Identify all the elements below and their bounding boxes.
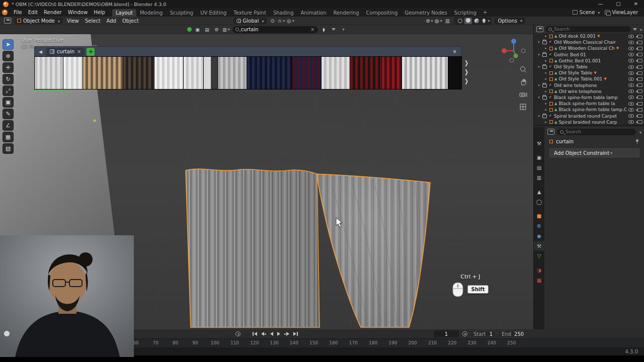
view-layer-selector[interactable]: ViewLayer [605,10,638,15]
close-button[interactable]: ✕ [634,0,638,8]
shading-rendered-button[interactable] [481,18,490,24]
auto-keying-toggle[interactable] [462,331,467,336]
workspace-tab-compositing[interactable]: Compositing [363,9,401,17]
expand-arrow-icon[interactable]: ▾ [537,96,541,100]
maximize-button[interactable]: ▢ [616,0,620,8]
outliner-row[interactable]: ▾Spiral braided round Carpet [534,113,644,119]
outliner-row[interactable]: ▸▲Gothic Bed 01.001 [534,58,644,64]
asset-thumbnail-white-draped-fabric[interactable] [321,57,350,89]
workspace-tab-geometry-nodes[interactable]: Geometry Nodes [401,9,450,17]
tool-rotate[interactable]: ↻ [3,74,14,84]
outliner-row[interactable]: ▸▲Black spine-form table lamp.C [534,107,644,113]
toggle-perspective-icon[interactable] [519,103,527,111]
menu-help[interactable]: Help [91,9,108,16]
catalog-tab-close-icon[interactable]: × [77,49,81,54]
workspace-tab-rendering[interactable]: Rendering [330,9,362,17]
workspace-tab-layout[interactable]: Layout [112,9,136,17]
properties-tab-tool[interactable]: ⚒ [534,138,544,148]
navigation-gizmo[interactable] [500,37,527,64]
expand-arrow-icon[interactable]: ▸ [544,77,548,81]
tool-scale[interactable]: ⤢ [3,85,14,96]
link-method-icon[interactable]: ▣ [194,27,201,33]
outliner-row[interactable]: ▾Gothic Bed 01 [534,52,644,58]
asset-thumbnail-dark-room-curtain[interactable] [123,57,154,89]
pan-hand-icon[interactable] [519,78,527,86]
menu-render[interactable]: Render [41,9,65,16]
clear-search-icon[interactable]: × [310,27,314,32]
display-settings-icon[interactable] [340,27,347,33]
hide-in-viewport-icon[interactable] [628,65,634,69]
workspace-tab-scripting[interactable]: Scripting [451,9,480,17]
camera-view-icon[interactable] [519,90,527,99]
outliner-row[interactable]: ▾Old Style Table [534,64,644,70]
hide-in-viewport-icon[interactable] [628,41,634,44]
add-catalog-tab-button[interactable]: + [87,48,95,56]
tool-select-box[interactable]: ➤ [3,39,14,50]
playback-popover-icon[interactable] [235,331,240,336]
outliner-row[interactable]: ▸▲Old Wooden Classical Ch▼ [534,45,644,51]
hide-in-viewport-icon[interactable] [628,102,634,106]
workspace-tab-animation[interactable]: Animation [297,9,330,17]
add-workspace-button[interactable]: + [480,9,490,16]
viewport-menu-select[interactable]: Select [82,18,104,24]
pin-icon[interactable] [635,139,639,144]
editor-type-button[interactable] [4,18,11,24]
asset-thumbnail-gray-curtain[interactable] [218,57,247,89]
menu-window[interactable]: Window [65,9,91,16]
outliner-row[interactable]: ▾Old Wooden Classical Chair [534,39,644,45]
expand-arrow-icon[interactable]: ▸ [544,71,548,75]
properties-tab-texture[interactable]: ▦ [534,275,544,285]
scroll-right-icon[interactable]: ❭ [464,78,469,83]
expand-arrow-icon[interactable]: ▾ [537,53,541,57]
hide-in-viewport-icon[interactable] [628,120,634,124]
properties-options-chevron-icon[interactable] [638,129,641,135]
workspace-tab-uv-editing[interactable]: UV Editing [197,9,230,17]
disable-in-renders-icon[interactable] [637,89,642,93]
expand-arrow-icon[interactable]: ▸ [544,46,548,50]
hide-in-viewport-icon[interactable] [628,35,634,38]
hide-in-viewport-icon[interactable] [628,77,634,81]
disable-in-renders-icon[interactable] [637,83,642,87]
disable-in-renders-icon[interactable] [637,41,642,44]
viewport-menu-view[interactable]: View [64,18,82,24]
workspace-tab-shading[interactable]: Shading [270,9,297,17]
menu-file[interactable]: File [11,9,25,16]
shelf-close-button[interactable]: × [450,49,459,54]
shading-solid-button[interactable] [464,18,472,24]
hide-in-viewport-icon[interactable] [628,53,634,56]
menu-edit[interactable]: Edit [25,9,41,16]
frame-end-field[interactable]: End 250 [498,330,526,337]
properties-tab-physics[interactable]: ◉ [534,231,544,241]
asset-thumbnail-red-navy-fabric[interactable] [292,57,321,89]
append-method-icon[interactable]: ▤ [204,27,211,33]
snap-magnet-button[interactable]: ∩ [277,18,285,24]
properties-editor-type-button[interactable] [547,129,554,135]
options-dropdown[interactable]: Options [495,18,525,24]
asset-thumbnail-white-curtain[interactable] [184,57,204,89]
collection-checkbox[interactable] [548,96,552,100]
frame-start-field[interactable]: Start 1 [470,330,496,337]
add-object-constraint-button[interactable]: Add Object Constraint [549,148,639,157]
expand-arrow-icon[interactable]: ▸ [544,34,548,38]
shading-wireframe-button[interactable] [456,18,464,24]
outliner-row[interactable]: ▾Black spine-form table lamp [534,95,644,101]
asset-thumbnail-navy-fabric-rolls[interactable] [247,57,292,89]
shelf-back-button[interactable]: ◀ [37,49,44,54]
bookmark-icon[interactable]: ⧫ [320,27,328,33]
properties-tab-scene[interactable]: ▲ [534,187,544,197]
next-keyframe-button[interactable] [282,330,291,337]
pivot-point-button[interactable]: ⊙ [268,18,276,24]
jump-to-start-button[interactable] [251,330,259,337]
hide-in-viewport-icon[interactable] [628,47,634,50]
minimize-button[interactable]: — [598,0,603,8]
hide-in-viewport-icon[interactable] [628,59,634,62]
mode-dropdown[interactable]: Object Mode [14,18,63,24]
outliner-row[interactable]: ▸▲Old wire telephone [534,88,644,95]
collection-checkbox[interactable] [548,53,552,57]
disable-in-renders-icon[interactable] [637,102,642,106]
zoom-icon[interactable] [519,65,527,73]
asset-thumbnail-lace-curtain[interactable] [63,57,83,89]
collection-checkbox[interactable] [548,65,552,69]
expand-arrow-icon[interactable]: ▸ [544,59,548,63]
asset-thumbnail-room-window-curtains[interactable] [83,57,123,89]
